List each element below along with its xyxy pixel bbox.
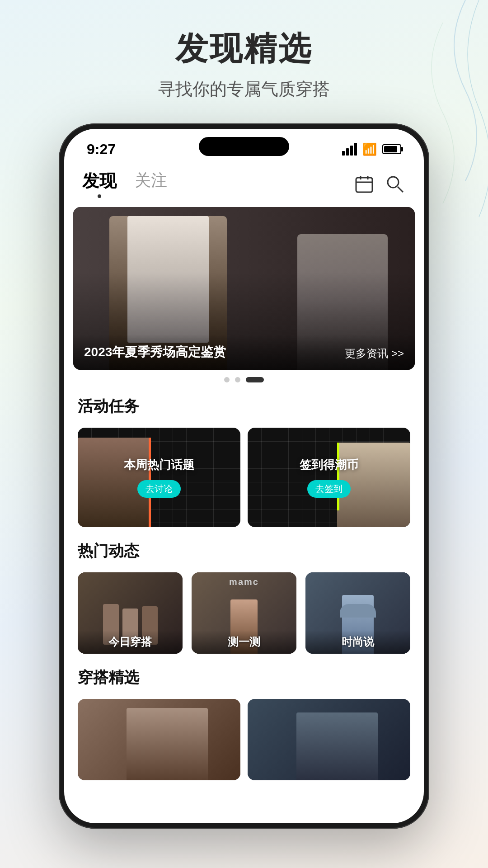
dynamic-3-label: 时尚说 bbox=[305, 630, 410, 654]
dynamic-2-label: 测一测 bbox=[192, 630, 296, 654]
activity-grid: 本周热门话题 去讨论 签到得潮币 去签到 bbox=[64, 428, 424, 527]
outfit-section: 穿搭精选 bbox=[64, 654, 424, 688]
outfit-card-1[interactable] bbox=[78, 699, 240, 780]
dynamics-section: 热门动态 bbox=[64, 527, 424, 561]
tab-discover[interactable]: 发现 bbox=[82, 170, 117, 198]
banner-overlay: 2023年夏季秀场高定鉴赏 更多资讯 >> bbox=[73, 335, 415, 370]
page-subtitle: 寻找你的专属气质穿搭 bbox=[158, 78, 330, 101]
dynamic-island bbox=[199, 137, 289, 156]
activity-section: 活动任务 bbox=[64, 382, 424, 417]
calendar-icon[interactable] bbox=[353, 173, 375, 195]
page-title: 发现精选 bbox=[158, 27, 330, 71]
dynamics-grid: 今日穿搭 mamc 测一测 时尚说 bbox=[64, 572, 424, 654]
nav-bar: 发现 关注 bbox=[64, 160, 424, 207]
activity-card-1-content: 本周热门话题 去讨论 bbox=[78, 428, 240, 527]
outfit-card-2[interactable] bbox=[248, 699, 410, 780]
nav-action-icons bbox=[353, 173, 406, 195]
svg-rect-0 bbox=[356, 178, 372, 192]
activity-section-title: 活动任务 bbox=[78, 396, 410, 417]
wifi-icon: 📶 bbox=[362, 142, 377, 156]
activity-card-checkin[interactable]: 签到得潮币 去签到 bbox=[248, 428, 410, 527]
tab-follow[interactable]: 关注 bbox=[135, 170, 167, 198]
activity-card-2-text: 签到得潮币 bbox=[300, 457, 358, 473]
banner-title: 2023年夏季秀场高定鉴赏 bbox=[84, 344, 226, 361]
activity-card-2-content: 签到得潮币 去签到 bbox=[248, 428, 410, 527]
activity-card-1-text: 本周热门话题 bbox=[124, 457, 194, 473]
status-time: 9:27 bbox=[87, 141, 116, 158]
svg-point-4 bbox=[388, 177, 399, 188]
battery-icon bbox=[382, 144, 401, 154]
outfit-grid bbox=[64, 699, 424, 780]
activity-card-1-button[interactable]: 去讨论 bbox=[137, 480, 181, 498]
dynamic-item-daily-outfit[interactable]: 今日穿搭 bbox=[78, 572, 183, 654]
activity-card-2-button[interactable]: 去签到 bbox=[307, 480, 351, 498]
status-icons: 📶 bbox=[342, 142, 401, 156]
outfit-section-title: 穿搭精选 bbox=[78, 667, 410, 688]
header-section: 发现精选 寻找你的专属气质穿搭 bbox=[158, 27, 330, 101]
phone-screen: 9:27 📶 发现 关注 bbox=[64, 129, 424, 823]
svg-line-5 bbox=[398, 187, 403, 192]
dynamic-1-label: 今日穿搭 bbox=[78, 630, 183, 654]
search-icon[interactable] bbox=[384, 173, 406, 195]
nav-tabs: 发现 关注 bbox=[82, 170, 167, 198]
banner-dots bbox=[64, 377, 424, 382]
dynamic-item-fashion-talk[interactable]: 时尚说 bbox=[305, 572, 410, 654]
dot-2[interactable] bbox=[235, 377, 240, 382]
dynamics-section-title: 热门动态 bbox=[78, 541, 410, 561]
dynamic-item-test[interactable]: mamc 测一测 bbox=[192, 572, 296, 654]
dot-3-active[interactable] bbox=[246, 377, 264, 382]
dot-1[interactable] bbox=[224, 377, 230, 382]
banner[interactable]: 2023年夏季秀场高定鉴赏 更多资讯 >> bbox=[73, 207, 415, 370]
phone-frame: 9:27 📶 发现 关注 bbox=[59, 123, 429, 829]
signal-icon bbox=[342, 143, 357, 156]
banner-more-link[interactable]: 更多资讯 >> bbox=[345, 346, 404, 361]
activity-card-hot-topic[interactable]: 本周热门话题 去讨论 bbox=[78, 428, 240, 527]
